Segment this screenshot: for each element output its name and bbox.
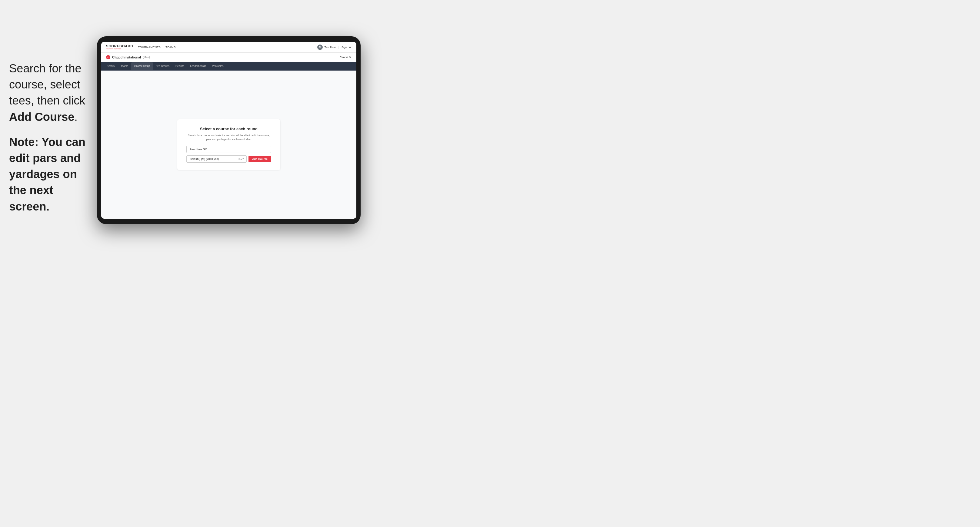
- tournament-header: C Clippd Invitational (Men) Cancel ✕: [101, 53, 356, 62]
- annotation-bold: Add Course: [9, 111, 74, 123]
- card-title: Select a course for each round: [186, 127, 271, 131]
- nav-links: TOURNAMENTS TEAMS: [138, 46, 175, 49]
- logo: SCOREBOARD Powered by clippd: [106, 44, 133, 50]
- tab-tee-groups[interactable]: Tee Groups: [153, 62, 172, 70]
- nav-tournaments[interactable]: TOURNAMENTS: [138, 46, 161, 49]
- tee-select[interactable]: Gold (M) (M) (7010 yds): [186, 156, 247, 163]
- tab-bar: Details Teams Course Setup Tee Groups Re…: [101, 62, 356, 71]
- tournament-name: Clippd Invitational: [112, 56, 141, 59]
- course-search-input[interactable]: [186, 146, 271, 153]
- annotation-line1: Search for the course, select tees, then…: [9, 60, 94, 125]
- nav-teams[interactable]: TEAMS: [165, 46, 176, 49]
- chevron-down-icon: ▲▼: [240, 158, 244, 160]
- tab-course-setup[interactable]: Course Setup: [131, 62, 153, 70]
- tab-details[interactable]: Details: [103, 62, 118, 70]
- main-content: Select a course for each round Search fo…: [101, 71, 356, 219]
- tournament-gender: (Men): [143, 56, 150, 59]
- user-label: Test User: [325, 46, 336, 49]
- tab-printables[interactable]: Printables: [209, 62, 227, 70]
- tournament-icon: C: [106, 55, 110, 59]
- navbar: SCOREBOARD Powered by clippd TOURNAMENTS…: [101, 42, 356, 53]
- tab-teams[interactable]: Teams: [118, 62, 131, 70]
- user-avatar: R: [317, 44, 323, 50]
- cancel-label: Cancel: [340, 56, 348, 59]
- navbar-left: SCOREBOARD Powered by clippd TOURNAMENTS…: [106, 44, 176, 50]
- cancel-button[interactable]: Cancel ✕: [340, 56, 352, 59]
- logo-sub-text: Powered by clippd: [106, 48, 133, 50]
- annotation-note: Note: You can edit pars and yardages on …: [9, 134, 94, 215]
- tab-results[interactable]: Results: [172, 62, 187, 70]
- cancel-icon: ✕: [349, 56, 352, 59]
- tab-leaderboards[interactable]: Leaderboards: [187, 62, 209, 70]
- logo-scoreboard-text: SCOREBOARD: [106, 44, 133, 48]
- annotation-block: Search for the course, select tees, then…: [9, 60, 94, 224]
- tee-select-row: Gold (M) (M) (7010 yds) × ▲▼ Add Course: [186, 156, 271, 163]
- tablet-screen: SCOREBOARD Powered by clippd TOURNAMENTS…: [101, 42, 356, 219]
- navbar-right: R Test User | Sign out: [317, 44, 352, 50]
- course-setup-card: Select a course for each round Search fo…: [177, 119, 280, 170]
- card-description: Search for a course and select a tee. Yo…: [186, 133, 271, 141]
- sign-out-link[interactable]: Sign out: [342, 46, 352, 49]
- add-course-button[interactable]: Add Course: [248, 156, 271, 162]
- tournament-title: C Clippd Invitational (Men): [106, 55, 150, 59]
- pipe-divider: |: [339, 46, 339, 49]
- tablet-device: SCOREBOARD Powered by clippd TOURNAMENTS…: [97, 37, 361, 224]
- tee-select-wrapper: Gold (M) (M) (7010 yds) × ▲▼: [186, 156, 247, 163]
